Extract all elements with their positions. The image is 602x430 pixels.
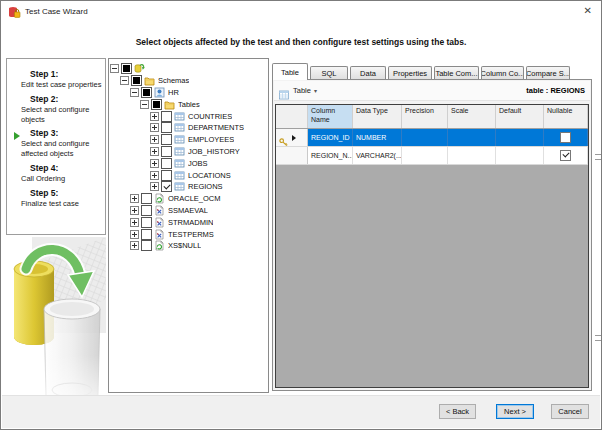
collapse-icon[interactable]	[140, 100, 149, 109]
next-button[interactable]: Next >	[496, 404, 534, 419]
tree-checkbox[interactable]	[131, 75, 142, 86]
expand-icon[interactable]	[150, 147, 159, 156]
tree-checkbox[interactable]	[141, 229, 152, 240]
grid-header-default[interactable]: Default	[496, 105, 544, 128]
grid-cell[interactable]	[448, 129, 496, 146]
tab-sql[interactable]: SQL	[310, 66, 348, 80]
grid-row[interactable]: REGION_IDNUMBER	[276, 129, 588, 147]
tree-checkbox[interactable]	[161, 134, 172, 145]
collapse-icon[interactable]	[130, 88, 139, 97]
grid-cell[interactable]	[402, 147, 448, 164]
table-context-label: table : REGIONS	[526, 86, 585, 95]
splitter-grip[interactable]	[595, 154, 601, 160]
tree-checkbox[interactable]	[161, 170, 172, 181]
tree-item-jobs[interactable]: JOBS	[109, 157, 268, 169]
expand-icon[interactable]	[130, 194, 139, 203]
row-header-cell[interactable]	[276, 147, 308, 164]
tree-checkbox[interactable]	[161, 181, 172, 192]
grid-header-precision[interactable]: Precision	[402, 105, 448, 128]
tree-checkbox[interactable]	[141, 193, 152, 204]
nullable-cell[interactable]	[544, 129, 588, 146]
grid-header-data-type[interactable]: Data Type	[353, 105, 402, 128]
tree-checkbox[interactable]	[161, 111, 172, 122]
tree-item-locations[interactable]: LOCATIONS	[109, 169, 268, 181]
collapse-icon[interactable]	[110, 64, 119, 73]
tree-item-strmadmin[interactable]: STRMADMIN	[109, 216, 268, 228]
tree-checkbox[interactable]	[141, 240, 152, 251]
nullable-cell[interactable]	[544, 147, 588, 164]
cancel-button[interactable]: Cancel	[551, 404, 589, 419]
tree-item-label: Tables	[178, 100, 200, 109]
grid-cell[interactable]: NUMBER	[353, 129, 402, 146]
table-menu-button[interactable]: Table	[293, 86, 311, 95]
tree-item-blank[interactable]	[109, 63, 268, 75]
tree-item-hr[interactable]: HR	[109, 87, 268, 99]
tree-item-label: STRMADMIN	[168, 218, 213, 227]
grid-cell[interactable]	[496, 129, 544, 146]
expand-icon[interactable]	[150, 171, 159, 180]
tree-item-regions[interactable]: REGIONS	[109, 181, 268, 193]
expand-icon[interactable]	[150, 112, 159, 121]
tab-table-com[interactable]: Table Com...	[434, 66, 479, 80]
tree-item-schemas[interactable]: Schemas	[109, 75, 268, 87]
grid-cell[interactable]	[402, 129, 448, 146]
nullable-checkbox[interactable]	[560, 150, 571, 161]
tree-checkbox[interactable]	[161, 122, 172, 133]
tree-item-ssmaeval[interactable]: SSMAEVAL	[109, 205, 268, 217]
tree-item-countries[interactable]: COUNTRIES	[109, 110, 268, 122]
expand-icon[interactable]	[150, 123, 159, 132]
tree-checkbox[interactable]	[141, 87, 152, 98]
expand-icon[interactable]	[150, 182, 159, 191]
grid-cell[interactable]: REGION_ID	[308, 129, 353, 146]
collapse-icon[interactable]	[120, 76, 129, 85]
tree-item-tables[interactable]: Tables	[109, 98, 268, 110]
tree-item-departments[interactable]: DEPARTMENTS	[109, 122, 268, 134]
grid-cell[interactable]	[496, 147, 544, 164]
tab-column-co[interactable]: Column Co...	[481, 66, 524, 80]
grid-row[interactable]: REGION_N...VARCHAR2(...	[276, 147, 588, 165]
grid-header-column-name[interactable]: Column Name	[308, 105, 353, 128]
tab-compare-s[interactable]: Compare S...	[526, 66, 570, 80]
expand-icon[interactable]	[130, 230, 139, 239]
step-title: Step 2:	[30, 94, 103, 104]
tab-properties[interactable]: Properties	[388, 66, 432, 80]
grid-header-nullable[interactable]: Nullable	[544, 105, 588, 128]
expand-icon[interactable]	[150, 135, 159, 144]
tree-checkbox[interactable]	[121, 63, 132, 74]
tree-item-job-history[interactable]: JOB_HISTORY	[109, 146, 268, 158]
tree-item-xs-null[interactable]: XS$NULL	[109, 240, 268, 252]
tree-item-employees[interactable]: EMPLOYEES	[109, 134, 268, 146]
grid-cell[interactable]	[448, 147, 496, 164]
tree-checkbox[interactable]	[141, 217, 152, 228]
tab-data[interactable]: Data	[350, 66, 386, 80]
expand-icon[interactable]	[130, 218, 139, 227]
chevron-down-icon[interactable]: ▾	[314, 87, 317, 94]
schema-refresh-icon	[154, 193, 165, 204]
tree-item-testperms[interactable]: TESTPERMS	[109, 228, 268, 240]
expand-icon[interactable]	[130, 241, 139, 250]
tree-checkbox[interactable]	[161, 146, 172, 157]
splitter-grip[interactable]	[595, 335, 601, 341]
grid-cell[interactable]: REGION_N...	[308, 147, 353, 164]
step-title: Step 5:	[30, 188, 103, 198]
tree-item-oracle-ocm[interactable]: ORACLE_OCM	[109, 193, 268, 205]
close-icon[interactable]: ✕	[584, 6, 592, 16]
schema-x-icon	[154, 205, 165, 216]
tree-checkbox[interactable]	[141, 205, 152, 216]
tab-content: Table ▾ table : REGIONS Column NameData …	[272, 79, 592, 391]
tree-checkbox[interactable]	[151, 99, 162, 110]
table-icon	[174, 181, 185, 192]
step-desc: Edit test case properties	[21, 80, 103, 90]
back-button[interactable]: < Back	[439, 404, 476, 419]
expand-icon[interactable]	[150, 159, 159, 168]
grid-cell[interactable]: VARCHAR2(...	[353, 147, 402, 164]
tree-checkbox[interactable]	[161, 158, 172, 169]
row-header-cell[interactable]	[276, 129, 308, 146]
tab-table[interactable]: Table	[272, 63, 308, 80]
tree-item-label: ORACLE_OCM	[168, 194, 221, 203]
nullable-checkbox[interactable]	[560, 132, 571, 143]
table-icon	[174, 170, 185, 181]
expand-icon[interactable]	[130, 206, 139, 215]
table-grid-icon	[279, 86, 289, 96]
grid-header-scale[interactable]: Scale	[448, 105, 496, 128]
